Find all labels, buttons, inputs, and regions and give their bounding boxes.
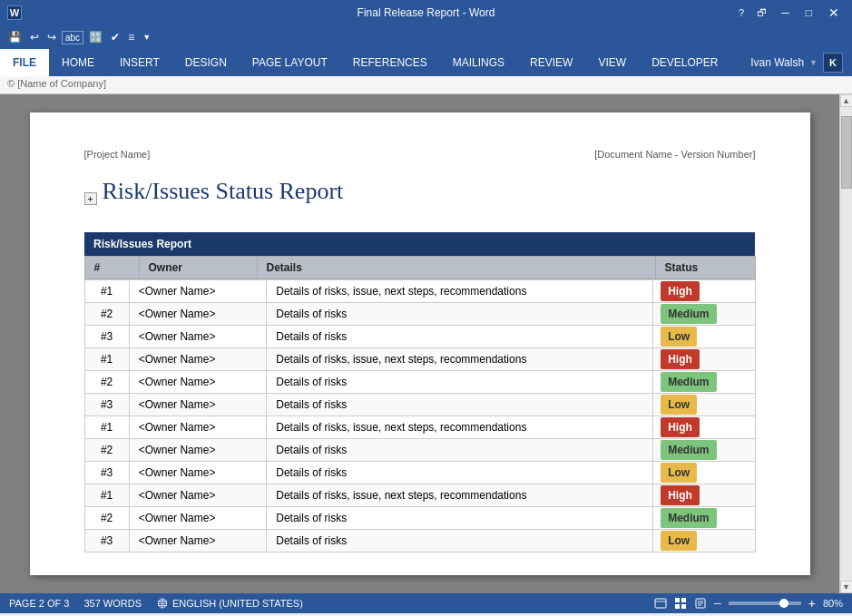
save-icon[interactable]: 💾 xyxy=(5,29,24,45)
table-row: #2<Owner Name>Details of risksMedium xyxy=(84,439,755,462)
scroll-thumb[interactable] xyxy=(841,116,852,189)
row-details: Details of risks xyxy=(267,326,653,348)
table-row: #3<Owner Name>Details of risksLow xyxy=(84,462,755,484)
document-version: [Document Name - Version Number] xyxy=(594,149,755,160)
tab-home[interactable]: HOME xyxy=(49,49,107,76)
column-header-row: # Owner Details Status xyxy=(84,257,755,279)
row-details: Details of risks xyxy=(267,462,653,484)
row-details: Details of risks, issue, next steps, rec… xyxy=(267,280,653,303)
page-indicator: PAGE 2 OF 3 xyxy=(9,598,69,609)
status-badge: Low xyxy=(661,395,697,415)
table-row: #1<Owner Name>Details of risks, issue, n… xyxy=(84,280,755,303)
table-row: #3<Owner Name>Details of risksLow xyxy=(84,394,755,416)
row-details: Details of risks xyxy=(267,371,653,394)
svg-rect-4 xyxy=(675,598,680,602)
tab-page-layout[interactable]: PAGE LAYOUT xyxy=(240,49,340,76)
user-name: Ivan Walsh xyxy=(750,56,804,69)
zoom-plus[interactable]: + xyxy=(808,596,816,611)
more-icon[interactable]: ≡ xyxy=(125,29,137,45)
status-badge: Medium xyxy=(661,440,716,460)
document-area: [Project Name] [Document Name - Version … xyxy=(0,94,852,593)
row-num: #3 xyxy=(84,394,129,416)
row-details: Details of risks, issue, next steps, rec… xyxy=(267,348,653,371)
tab-references[interactable]: REFERENCES xyxy=(340,49,440,76)
row-details: Details of risks xyxy=(267,530,653,552)
table-row: #1<Owner Name>Details of risks, issue, n… xyxy=(84,484,755,507)
close-button[interactable]: ✕ xyxy=(823,5,845,20)
spell-check-icon[interactable]: abc xyxy=(62,31,83,44)
expand-button[interactable]: + xyxy=(84,192,97,205)
page-title: Risk/Issues Status Report xyxy=(103,178,344,205)
row-num: #3 xyxy=(84,530,129,552)
table-row: #1<Owner Name>Details of risks, issue, n… xyxy=(84,348,755,371)
row-status: High xyxy=(653,416,755,439)
zoom-slider[interactable] xyxy=(729,601,801,605)
maximize-button[interactable]: □ xyxy=(800,6,818,19)
row-owner: <Owner Name> xyxy=(129,507,267,530)
view-icon[interactable] xyxy=(674,597,687,610)
risk-data-table: #1<Owner Name>Details of risks, issue, n… xyxy=(84,279,756,552)
col-num: # xyxy=(84,257,139,279)
tab-view[interactable]: VIEW xyxy=(585,49,639,76)
tab-file[interactable]: FILE xyxy=(0,49,49,76)
status-bar: PAGE 2 OF 3 357 WORDS ENGLISH (UNITED ST… xyxy=(0,593,852,613)
zoom-thumb[interactable] xyxy=(779,599,788,608)
track-changes-icon[interactable]: ✔ xyxy=(108,29,122,45)
tab-review[interactable]: REVIEW xyxy=(517,49,585,76)
user-avatar: K xyxy=(823,53,843,73)
row-status: Medium xyxy=(653,303,755,326)
undo-icon[interactable]: ↩ xyxy=(27,29,42,45)
svg-rect-7 xyxy=(681,604,686,609)
row-owner: <Owner Name> xyxy=(129,348,267,371)
word-icon: W xyxy=(7,5,22,20)
row-num: #3 xyxy=(84,462,129,484)
dropdown-icon[interactable]: ▼ xyxy=(140,31,153,44)
row-num: #2 xyxy=(84,507,129,530)
vertical-scrollbar[interactable]: ▲ ▼ xyxy=(839,94,852,593)
scroll-track[interactable] xyxy=(840,107,853,581)
minimize-button[interactable]: ─ xyxy=(776,6,795,19)
status-badge: Low xyxy=(661,327,697,347)
tab-mailings[interactable]: MAILINGS xyxy=(440,49,517,76)
language-icon xyxy=(156,597,169,610)
status-bar-right: ─ + 80% xyxy=(654,596,843,611)
read-mode-icon[interactable] xyxy=(694,597,707,610)
tab-design[interactable]: DESIGN xyxy=(172,49,240,76)
scroll-down-arrow[interactable]: ▼ xyxy=(840,581,853,593)
table-header-cell: Risk/Issues Report xyxy=(84,232,755,257)
row-num: #2 xyxy=(84,371,129,394)
row-num: #3 xyxy=(84,326,129,348)
format-icon[interactable]: 🔡 xyxy=(86,29,105,45)
document-container[interactable]: [Project Name] [Document Name - Version … xyxy=(0,94,839,593)
scroll-up-arrow[interactable]: ▲ xyxy=(840,94,853,107)
row-status: High xyxy=(653,348,755,371)
col-details: Details xyxy=(257,257,655,279)
help-button[interactable]: ? xyxy=(735,5,748,20)
tab-insert[interactable]: INSERT xyxy=(107,49,172,76)
status-badge: Medium xyxy=(661,304,716,324)
title-bar-controls: ? 🗗 ─ □ ✕ xyxy=(735,5,845,20)
col-status: Status xyxy=(655,257,755,279)
redo-icon[interactable]: ↪ xyxy=(44,29,59,45)
row-details: Details of risks, issue, next steps, rec… xyxy=(267,484,653,507)
status-badge: High xyxy=(661,417,700,437)
row-status: Low xyxy=(653,530,755,552)
status-badge: High xyxy=(661,281,700,301)
ribbon-content-area: © [Name of Company] xyxy=(0,76,852,94)
ribbon: FILE HOME INSERT DESIGN PAGE LAYOUT REFE… xyxy=(0,49,852,76)
row-owner: <Owner Name> xyxy=(129,484,267,507)
page-header: [Project Name] [Document Name - Version … xyxy=(84,149,756,160)
row-owner: <Owner Name> xyxy=(129,371,267,394)
status-badge: Low xyxy=(661,463,697,483)
layout-icon[interactable] xyxy=(654,597,667,610)
restore-button[interactable]: 🗗 xyxy=(753,5,770,20)
title-bar: W Final Release Report - Word ? 🗗 ─ □ ✕ xyxy=(0,0,852,25)
table-section-header: Risk/Issues Report xyxy=(84,232,755,257)
row-owner: <Owner Name> xyxy=(129,394,267,416)
row-details: Details of risks xyxy=(267,507,653,530)
zoom-minus[interactable]: ─ xyxy=(714,598,721,609)
row-status: Medium xyxy=(653,439,755,462)
zoom-level: 80% xyxy=(823,598,843,609)
tab-developer[interactable]: DEVELOPER xyxy=(639,49,730,76)
table-row: #2<Owner Name>Details of risksMedium xyxy=(84,507,755,530)
